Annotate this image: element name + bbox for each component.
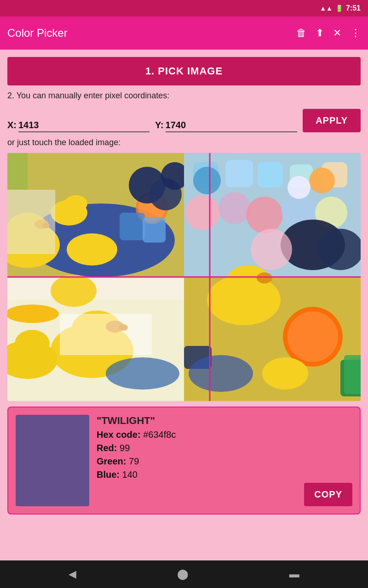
svg-point-34 (251, 229, 292, 270)
app-bar-actions: 🗑 ⬆ ✕ ⋮ (296, 27, 361, 39)
svg-point-47 (51, 275, 97, 307)
coords-row: X: Y: APPLY (7, 109, 361, 132)
svg-point-43 (15, 330, 50, 357)
copy-button[interactable]: COPY (304, 483, 352, 506)
red-detail: Red: 99 (97, 443, 352, 453)
app-title: Color Picker (7, 27, 68, 40)
blue-detail: Blue: 140 (97, 469, 352, 480)
nav-bar: ◀ ⬤ ▬ (0, 560, 368, 588)
svg-point-8 (64, 195, 87, 212)
svg-point-44 (7, 305, 59, 323)
app-bar-left: Color Picker (7, 27, 68, 40)
main-content: 1. PICK IMAGE 2. You can manually enter … (0, 50, 368, 560)
pick-image-button[interactable]: 1. PICK IMAGE (7, 57, 361, 85)
app-bar: Color Picker 🗑 ⬆ ✕ ⋮ (0, 17, 368, 50)
blue-value: 140 (122, 469, 138, 480)
green-detail: Green: 79 (97, 456, 352, 467)
svg-point-58 (262, 357, 308, 390)
svg-rect-55 (344, 355, 361, 394)
svg-point-51 (257, 272, 272, 283)
svg-point-30 (193, 167, 221, 194)
svg-point-31 (309, 168, 335, 193)
svg-rect-14 (7, 190, 55, 254)
close-icon[interactable]: ✕ (333, 27, 341, 39)
svg-point-57 (189, 355, 253, 392)
status-icons: ▲▲ 🔋 7:51 (320, 4, 361, 12)
color-info: "TWILIGHT" Hex code: #634f8c Red: 99 Gre… (97, 415, 352, 506)
x-input[interactable] (18, 119, 150, 132)
red-value: 99 (120, 443, 130, 453)
back-icon[interactable]: ◀ (69, 568, 76, 580)
x-coord-group: X: (7, 119, 150, 132)
y-coord-group: Y: (155, 119, 297, 132)
svg-rect-12 (143, 217, 166, 243)
recents-icon[interactable]: ▬ (289, 568, 299, 580)
red-label: Red: (97, 443, 117, 453)
hex-detail: Hex code: #634f8c (97, 430, 352, 440)
x-label: X: (7, 120, 17, 130)
blue-label: Blue: (97, 469, 120, 480)
green-value: 79 (129, 456, 139, 466)
status-time: 7:51 (346, 4, 361, 12)
svg-point-53 (288, 311, 338, 362)
more-vert-icon[interactable]: ⋮ (351, 27, 361, 39)
y-input[interactable] (166, 119, 298, 132)
trash-icon[interactable]: 🗑 (296, 27, 306, 39)
svg-rect-11 (120, 213, 145, 240)
svg-point-45 (106, 357, 179, 390)
upload-icon[interactable]: ⬆ (316, 27, 324, 39)
loaded-image[interactable] (7, 153, 361, 401)
svg-point-26 (218, 192, 251, 224)
color-name: "TWILIGHT" (97, 415, 352, 427)
svg-rect-46 (60, 314, 152, 355)
color-result-card: "TWILIGHT" Hex code: #634f8c Red: 99 Gre… (7, 407, 361, 514)
hex-label: Hex code: (97, 430, 141, 440)
battery-icon: 🔋 (335, 5, 343, 12)
svg-rect-15 (7, 153, 28, 190)
color-swatch (16, 415, 89, 506)
image-scene[interactable] (7, 153, 361, 401)
y-label: Y: (155, 120, 164, 130)
svg-point-13 (67, 233, 117, 266)
svg-point-35 (288, 176, 310, 199)
wifi-icon: ▲▲ (320, 5, 333, 12)
home-icon[interactable]: ⬤ (177, 568, 189, 580)
svg-rect-21 (225, 160, 253, 187)
green-label: Green: (97, 456, 126, 466)
svg-point-27 (246, 197, 283, 233)
coords-instruction: 2. You can manually enter pixel coordina… (7, 91, 361, 101)
svg-point-25 (185, 195, 220, 230)
hex-value: #634f8c (143, 430, 176, 440)
status-bar: ▲▲ 🔋 7:51 (0, 0, 368, 17)
svg-rect-22 (258, 162, 283, 187)
touch-label: or just touch the loaded image: (7, 138, 361, 147)
apply-button[interactable]: APPLY (303, 109, 361, 132)
